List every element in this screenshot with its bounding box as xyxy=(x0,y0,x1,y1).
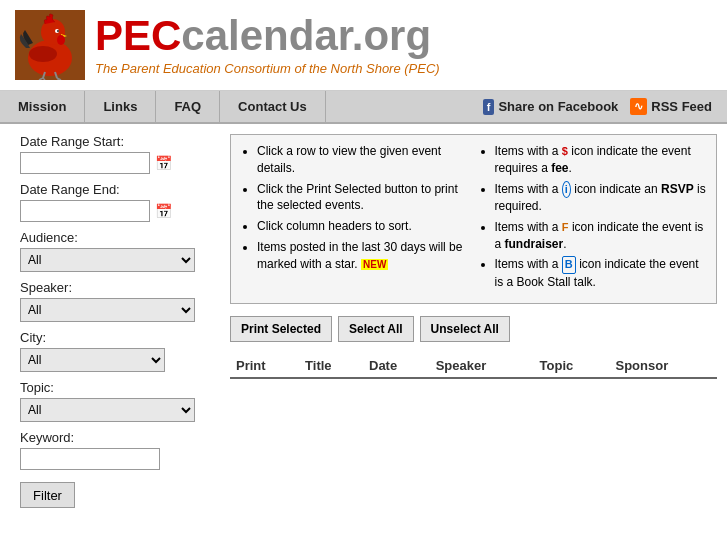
col-title[interactable]: Title xyxy=(299,354,363,378)
fundraiser-icon: F xyxy=(562,221,569,233)
city-select[interactable]: All xyxy=(20,348,165,372)
info-item-2: Click the Print Selected button to print… xyxy=(257,181,469,215)
info-col-right: Items with a $ icon indicate the event r… xyxy=(479,143,707,295)
main-content: Date Range Start: 📅 Date Range End: 📅 Au… xyxy=(0,124,727,518)
info-box: Click a row to view the given event deta… xyxy=(230,134,717,304)
nav-social: f Share on Facebook ∿ RSS Feed xyxy=(468,98,727,115)
site-title-block: PECcalendar.org The Parent Education Con… xyxy=(95,15,440,76)
speaker-select[interactable]: All xyxy=(20,298,195,322)
col-sponsor[interactable]: Sponsor xyxy=(609,354,717,378)
action-bar: Print Selected Select All Unselect All xyxy=(230,312,717,346)
events-table: Print Title Date Speaker Topic Sponsor xyxy=(230,354,717,379)
calendar-end-icon[interactable]: 📅 xyxy=(154,202,172,220)
svg-point-6 xyxy=(29,46,57,62)
speaker-label: Speaker: xyxy=(20,280,220,295)
date-range-end-label: Date Range End: xyxy=(20,182,220,197)
print-selected-button[interactable]: Print Selected xyxy=(230,316,332,342)
facebook-label: Share on Facebook xyxy=(498,99,618,114)
audience-label: Audience: xyxy=(20,230,220,245)
facebook-icon: f xyxy=(483,99,495,115)
unselect-all-button[interactable]: Unselect All xyxy=(420,316,510,342)
select-all-button[interactable]: Select All xyxy=(338,316,414,342)
info-fee: Items with a $ icon indicate the event r… xyxy=(495,143,707,177)
date-range-end-group: Date Range End: 📅 xyxy=(20,182,220,222)
rss-label: RSS Feed xyxy=(651,99,712,114)
main-panel: Click a row to view the given event deta… xyxy=(230,134,717,508)
audience-group: Audience: All xyxy=(20,230,220,272)
svg-point-5 xyxy=(57,35,65,45)
info-item-4: Items posted in the last 30 days will be… xyxy=(257,239,469,273)
topic-group: Topic: All xyxy=(20,380,220,422)
nav-links[interactable]: Links xyxy=(85,91,156,122)
date-range-start-label: Date Range Start: xyxy=(20,134,220,149)
info-col-left: Click a row to view the given event deta… xyxy=(241,143,469,295)
calendar-start-icon[interactable]: 📅 xyxy=(154,154,172,172)
title-calendar: calendar.org xyxy=(181,12,431,59)
date-range-start-input[interactable] xyxy=(20,152,150,174)
speaker-group: Speaker: All xyxy=(20,280,220,322)
col-topic[interactable]: Topic xyxy=(534,354,610,378)
keyword-label: Keyword: xyxy=(20,430,220,445)
info-rsvp: Items with a i icon indicate an RSVP is … xyxy=(495,181,707,215)
new-star-icon: NEW xyxy=(361,259,388,270)
city-label: City: xyxy=(20,330,220,345)
keyword-input[interactable] xyxy=(20,448,160,470)
keyword-group: Keyword: xyxy=(20,430,220,470)
rsvp-icon: i xyxy=(562,181,571,198)
filter-button[interactable]: Filter xyxy=(20,482,75,508)
city-group: City: All xyxy=(20,330,220,372)
site-header: PECcalendar.org The Parent Education Con… xyxy=(0,0,727,91)
info-item-3: Click column headers to sort. xyxy=(257,218,469,235)
site-title: PECcalendar.org xyxy=(95,15,440,57)
nav-faq[interactable]: FAQ xyxy=(156,91,220,122)
date-range-end-input[interactable] xyxy=(20,200,150,222)
topic-label: Topic: xyxy=(20,380,220,395)
topic-select[interactable]: All xyxy=(20,398,195,422)
date-range-end-wrapper: 📅 xyxy=(20,200,220,222)
col-print[interactable]: Print xyxy=(230,354,299,378)
date-range-start-wrapper: 📅 xyxy=(20,152,220,174)
audience-select[interactable]: All xyxy=(20,248,195,272)
date-range-start-group: Date Range Start: 📅 xyxy=(20,134,220,174)
nav-mission[interactable]: Mission xyxy=(0,91,85,122)
book-icon: B xyxy=(562,256,576,273)
info-book: Items with a B icon indicate the event i… xyxy=(495,256,707,290)
title-pec: PEC xyxy=(95,12,181,59)
info-item-1: Click a row to view the given event deta… xyxy=(257,143,469,177)
rss-feed[interactable]: ∿ RSS Feed xyxy=(630,98,712,115)
table-header-row: Print Title Date Speaker Topic Sponsor xyxy=(230,354,717,378)
fee-icon: $ xyxy=(562,145,568,157)
svg-point-4 xyxy=(57,30,59,32)
logo-image xyxy=(15,10,85,80)
col-date[interactable]: Date xyxy=(363,354,430,378)
site-subtitle: The Parent Education Consortium of the N… xyxy=(95,61,440,76)
col-speaker[interactable]: Speaker xyxy=(430,354,534,378)
filter-sidebar: Date Range Start: 📅 Date Range End: 📅 Au… xyxy=(20,134,220,508)
nav-contact[interactable]: Contact Us xyxy=(220,91,326,122)
info-fundraiser: Items with a F icon indicate the event i… xyxy=(495,219,707,253)
rss-icon: ∿ xyxy=(630,98,647,115)
navbar: Mission Links FAQ Contact Us f Share on … xyxy=(0,91,727,124)
facebook-share[interactable]: f Share on Facebook xyxy=(483,99,619,115)
